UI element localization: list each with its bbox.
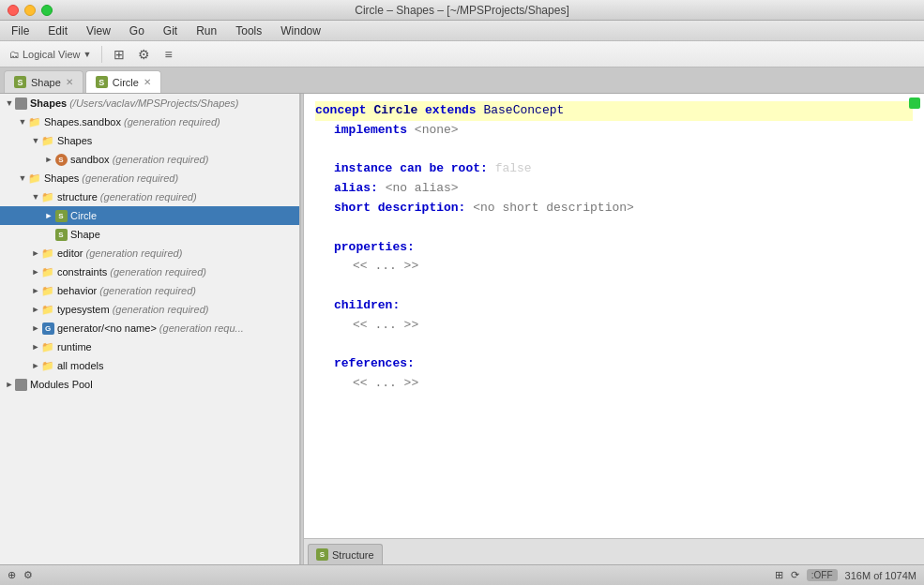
sidebar-item-shapes-sandbox[interactable]: ▼ 📁 Shapes.sandbox (generation required) bbox=[0, 112, 299, 131]
status-center-icon: ⚙ bbox=[23, 569, 33, 581]
sidebar-item-generator[interactable]: ► G generator/<no name> (generation requ… bbox=[0, 319, 299, 338]
implements-value: <none> bbox=[415, 123, 459, 137]
menu-bar: File Edit View Go Git Run Tools Window bbox=[0, 21, 924, 41]
circle-tab-close[interactable]: ✕ bbox=[144, 78, 151, 87]
sidebar-item-circle[interactable]: ► S Circle bbox=[0, 206, 299, 225]
sidebar-item-shapes-root[interactable]: ▼ Shapes (/Users/vaclav/MPSProjects/Shap… bbox=[0, 94, 299, 112]
sidebar-item-allmodels[interactable]: ► 📁 all models bbox=[0, 356, 299, 375]
modules-pool-label: Modules Pool bbox=[30, 379, 93, 390]
editor-content[interactable]: concept Circle extends BaseConcept imple… bbox=[304, 94, 924, 538]
arrow-shapes-gen: ▼ bbox=[17, 172, 28, 184]
arrow-shapes-root: ▼ bbox=[4, 98, 15, 109]
svg-rect-1 bbox=[15, 379, 27, 391]
toolbar: 🗂 Logical View ▼ ⊞ ⚙ ≡ bbox=[0, 41, 924, 68]
logical-view-icon: 🗂 bbox=[9, 49, 20, 60]
shape-tab-close[interactable]: ✕ bbox=[66, 78, 73, 87]
window-controls[interactable] bbox=[8, 5, 53, 16]
menu-window[interactable]: Window bbox=[277, 22, 325, 39]
sidebar-item-shapes-gen[interactable]: ▼ 📁 Shapes (generation required) bbox=[0, 169, 299, 188]
sidebar-item-editor[interactable]: ► 📁 editor (generation required) bbox=[0, 244, 299, 262]
menu-tools[interactable]: Tools bbox=[232, 22, 265, 39]
sidebar-item-shape[interactable]: ► S Shape bbox=[0, 225, 299, 244]
tab-shape[interactable]: S Shape ✕ bbox=[4, 70, 83, 93]
arrow-modules-pool: ► bbox=[4, 379, 15, 390]
toolbar-separator bbox=[101, 46, 102, 63]
close-button[interactable] bbox=[8, 5, 19, 16]
dropdown-arrow-icon[interactable]: ▼ bbox=[83, 50, 92, 59]
code-line-references-value: << ... >> bbox=[315, 374, 913, 394]
arrow-sandbox-node: ► bbox=[43, 154, 54, 165]
sidebar-item-shapes-folder[interactable]: ▼ 📁 Shapes bbox=[0, 131, 299, 150]
code-line-properties-header: properties: bbox=[315, 238, 913, 258]
keyword-instance: instance can be root: bbox=[334, 161, 488, 175]
code-line-children-value: << ... >> bbox=[315, 316, 913, 336]
extends-kw: extends BaseConcept bbox=[417, 103, 564, 117]
gear-button[interactable]: ⚙ bbox=[133, 44, 154, 65]
g-blue-icon: G bbox=[41, 322, 54, 335]
arrow-generator: ► bbox=[30, 322, 41, 334]
keyword-references: references: bbox=[334, 356, 415, 370]
status-bar: ⊕ ⚙ ⊞ ⟳ :OFF 316M of 1074M bbox=[0, 564, 924, 585]
shapes-sandbox-label: Shapes.sandbox bbox=[44, 116, 121, 128]
status-sync-icon: ⟳ bbox=[791, 569, 799, 581]
s-green-icon-circle: S bbox=[54, 209, 68, 222]
instance-value: false bbox=[495, 161, 532, 175]
settings-button[interactable]: ≡ bbox=[158, 44, 178, 65]
arrow-typesystem: ► bbox=[30, 304, 41, 315]
folder-icon-structure: 📁 bbox=[41, 190, 54, 203]
tab-structure[interactable]: S Structure bbox=[308, 544, 383, 564]
structure-tab-label: Structure bbox=[332, 549, 374, 561]
code-line-shortdesc: short description: <no short description… bbox=[315, 199, 913, 218]
arrow-constraints: ► bbox=[30, 266, 41, 278]
keyword-concept: concept bbox=[315, 103, 373, 117]
menu-file[interactable]: File bbox=[8, 22, 33, 39]
shapes-sandbox-suffix: (generation required) bbox=[121, 116, 220, 128]
sidebar-item-modules-pool[interactable]: ► Modules Pool bbox=[0, 375, 299, 394]
concept-name-circle: Circle bbox=[373, 103, 417, 117]
layout-button[interactable]: ⊞ bbox=[109, 44, 129, 65]
arrow-behavior: ► bbox=[30, 285, 41, 296]
status-left-icon: ⊕ bbox=[8, 569, 16, 581]
logical-view-label: 🗂 Logical View ▼ bbox=[6, 49, 95, 60]
sidebar-item-typesystem[interactable]: ► 📁 typesystem (generation required) bbox=[0, 300, 299, 319]
arrow-shapes-folder: ▼ bbox=[30, 135, 41, 146]
sidebar-item-runtime[interactable]: ► 📁 runtime bbox=[0, 338, 299, 356]
editor-label: editor bbox=[57, 248, 83, 259]
sidebar-item-behavior[interactable]: ► 📁 behavior (generation required) bbox=[0, 281, 299, 300]
status-off-badge: :OFF bbox=[807, 569, 838, 581]
menu-git[interactable]: Git bbox=[159, 22, 181, 39]
menu-edit[interactable]: Edit bbox=[44, 22, 71, 39]
arrow-allmodels: ► bbox=[30, 360, 41, 371]
tab-circle[interactable]: S Circle ✕ bbox=[85, 70, 161, 93]
shapes-folder-label: Shapes bbox=[57, 135, 92, 146]
maximize-button[interactable] bbox=[41, 5, 53, 16]
sidebar-item-constraints[interactable]: ► 📁 constraints (generation required) bbox=[0, 262, 299, 281]
arrow-shapes-sandbox: ▼ bbox=[17, 116, 28, 128]
behavior-suffix: (generation required) bbox=[97, 285, 196, 296]
children-value: << ... >> bbox=[353, 318, 418, 332]
structure-suffix: (generation required) bbox=[98, 191, 197, 202]
code-line-references-header: references: bbox=[315, 354, 913, 374]
arrow-runtime: ► bbox=[30, 341, 41, 352]
sandbox-node-suffix: (generation required) bbox=[110, 154, 209, 165]
arrow-editor: ► bbox=[30, 248, 41, 259]
keyword-children: children: bbox=[334, 298, 400, 312]
status-settings-icon: ⊞ bbox=[775, 569, 783, 581]
menu-run[interactable]: Run bbox=[192, 22, 220, 39]
circle-tab-label: Circle bbox=[113, 77, 139, 88]
sidebar-item-structure[interactable]: ▼ 📁 structure (generation required) bbox=[0, 188, 299, 206]
editor-area[interactable]: concept Circle extends BaseConcept imple… bbox=[304, 94, 924, 538]
code-line-1: concept Circle extends BaseConcept bbox=[315, 101, 913, 121]
menu-view[interactable]: View bbox=[83, 22, 114, 39]
keyword-alias: alias: bbox=[334, 181, 378, 195]
typesystem-label: typesystem bbox=[57, 304, 110, 315]
status-right: ⊞ ⟳ :OFF 316M of 1074M bbox=[775, 569, 916, 581]
menu-go[interactable]: Go bbox=[126, 22, 148, 39]
folder-icon-constraints: 📁 bbox=[41, 265, 54, 278]
shape-tab-label: Shape bbox=[31, 77, 61, 88]
sidebar-item-sandbox-node[interactable]: ► S sandbox (generation required) bbox=[0, 150, 299, 169]
s-green-icon-shape: S bbox=[54, 228, 68, 241]
title-bar: Circle – Shapes – [~/MPSProjects/Shapes] bbox=[0, 0, 924, 21]
shape-label: Shape bbox=[70, 229, 100, 240]
minimize-button[interactable] bbox=[24, 5, 36, 16]
